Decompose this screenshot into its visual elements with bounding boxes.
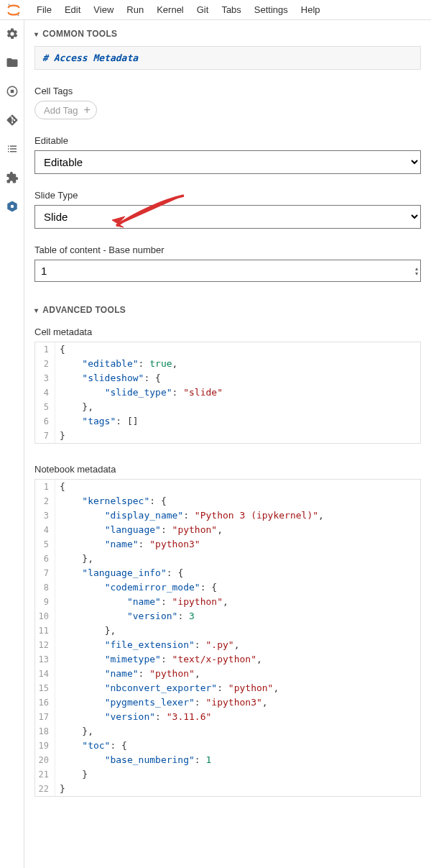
menu-item-run[interactable]: Run	[120, 1, 150, 18]
editable-label: Editable	[34, 135, 421, 146]
editable-select[interactable]: Editable	[34, 150, 421, 174]
cell-preview: # Access Metadata	[34, 46, 421, 70]
jupyter-logo-icon	[6, 2, 22, 18]
toc-label: Table of content - Base number	[34, 245, 421, 255]
hexagon-icon[interactable]	[6, 200, 19, 213]
svg-point-4	[10, 205, 14, 209]
svg-point-0	[8, 4, 9, 5]
advanced-tools-header[interactable]: ▾ ADVANCED TOOLS	[24, 296, 431, 322]
menu-item-git[interactable]: Git	[190, 1, 216, 18]
menu-item-tabs[interactable]: Tabs	[215, 1, 247, 18]
inspector-panel: ▾ COMMON TOOLS # Access Metadata Cell Ta…	[24, 20, 431, 868]
gear-icon[interactable]	[6, 27, 19, 40]
cell-metadata-editor[interactable]: 1{2 "editable": true,3 "slideshow": {4 "…	[34, 342, 421, 444]
add-tag-button[interactable]: Add Tag+	[34, 101, 97, 119]
notebook-metadata-label: Notebook metadata	[34, 464, 421, 475]
toc-base-number-input[interactable]	[34, 260, 421, 282]
running-icon[interactable]	[6, 85, 19, 98]
notebook-metadata-editor[interactable]: 1{2 "kernelspec": {3 "display_name": "Py…	[34, 479, 421, 797]
menu-item-view[interactable]: View	[87, 1, 120, 18]
caret-down-icon: ▾	[34, 30, 38, 38]
git-icon[interactable]	[6, 114, 19, 127]
section-title: COMMON TOOLS	[42, 29, 117, 39]
folder-icon[interactable]	[6, 56, 19, 69]
list-icon[interactable]	[6, 142, 19, 155]
extension-icon[interactable]	[6, 171, 19, 184]
svg-rect-3	[10, 90, 14, 93]
slide-type-label: Slide Type	[34, 190, 421, 201]
cell-metadata-label: Cell metadata	[34, 326, 421, 337]
menu-item-edit[interactable]: Edit	[58, 1, 87, 18]
menu-item-kernel[interactable]: Kernel	[150, 1, 190, 18]
caret-down-icon: ▾	[34, 306, 38, 314]
section-title: ADVANCED TOOLS	[42, 305, 126, 315]
menubar: FileEditViewRunKernelGitTabsSettingsHelp	[0, 0, 431, 20]
svg-point-1	[17, 14, 19, 16]
menu: FileEditViewRunKernelGitTabsSettingsHelp	[30, 1, 327, 18]
menu-item-help[interactable]: Help	[295, 1, 327, 18]
menu-item-settings[interactable]: Settings	[248, 1, 295, 18]
activity-bar	[0, 20, 24, 868]
stepper-icon[interactable]: ▴▾	[415, 266, 418, 276]
cell-tags-label: Cell Tags	[34, 86, 421, 96]
common-tools-header[interactable]: ▾ COMMON TOOLS	[24, 20, 431, 46]
slide-type-select[interactable]: Slide	[34, 205, 421, 229]
menu-item-file[interactable]: File	[30, 1, 58, 18]
plus-icon: +	[83, 104, 90, 117]
